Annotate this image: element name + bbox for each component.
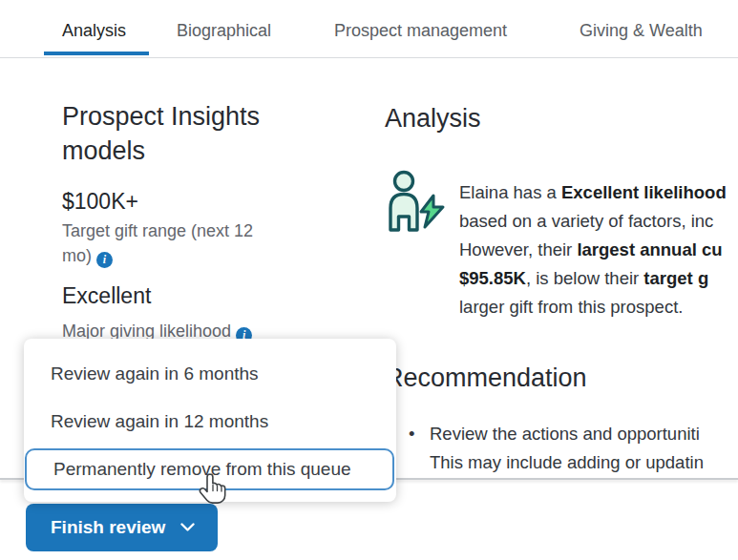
tab-prospect-management[interactable]: Prospect management xyxy=(334,21,507,41)
recommendation-bullet-line: This may include adding or updatin xyxy=(409,448,738,477)
analysis-line: larger gift from this prospect. xyxy=(459,293,738,321)
tabbar-divider xyxy=(0,57,738,58)
recommendation-bullets: Review the actions and opportuniti This … xyxy=(409,420,738,477)
analysis-line: based on a variety of factors, inc xyxy=(459,207,738,236)
tab-biographical[interactable]: Biographical xyxy=(177,21,271,41)
finish-review-button-label: Finish review xyxy=(51,517,165,538)
recommendation-bullet-line: Review the actions and opportuniti xyxy=(409,420,738,448)
major-giving-likelihood-value: Excellent xyxy=(62,283,151,309)
target-gift-range-label-text: Target gift range (next 12 mo) xyxy=(62,221,253,265)
recommendation-section-heading: Recommendation xyxy=(385,361,587,395)
active-tab-underline xyxy=(44,52,149,55)
prospect-insights-title: Prospect Insights models xyxy=(62,99,329,168)
analysis-line: $95.85K, is below their target g xyxy=(459,264,738,293)
analysis-line: Elaina has a Excellent likelihood xyxy=(459,178,738,207)
menu-item-review-6-months[interactable]: Review again in 6 months xyxy=(24,350,396,398)
finish-review-dropdown-menu: Review again in 6 months Review again in… xyxy=(24,339,396,502)
page: Analysis Biographical Prospect managemen… xyxy=(0,0,738,560)
target-gift-range-label: Target gift range (next 12 mo) i xyxy=(62,218,284,268)
analysis-section-heading: Analysis xyxy=(385,101,481,135)
major-giving-likelihood-label-text: Major giving likelihood xyxy=(62,321,231,341)
analysis-paragraph: Elaina has a Excellent likelihood based … xyxy=(459,178,738,321)
tab-bar: Analysis Biographical Prospect managemen… xyxy=(0,0,738,58)
finish-review-button[interactable]: Finish review xyxy=(26,504,218,551)
analysis-line: However, their largest annual cu xyxy=(459,236,738,264)
menu-item-review-12-months[interactable]: Review again in 12 months xyxy=(24,398,396,446)
menu-item-permanently-remove[interactable]: Permanently remove from this queue xyxy=(25,448,394,490)
tab-analysis[interactable]: Analysis xyxy=(62,21,126,41)
chevron-down-icon xyxy=(180,523,195,532)
person-spark-icon xyxy=(384,170,451,233)
target-gift-range-value: $100K+ xyxy=(62,189,138,215)
tab-giving-wealth[interactable]: Giving & Wealth xyxy=(580,21,703,41)
info-icon[interactable]: i xyxy=(96,252,113,268)
